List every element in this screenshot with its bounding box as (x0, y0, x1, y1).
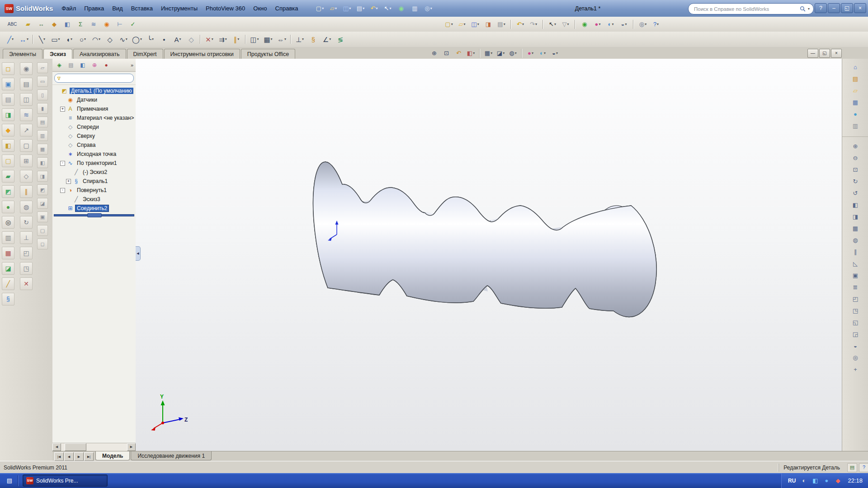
feature-cube-icon[interactable]: ◪ (2, 262, 14, 275)
custom-properties-icon[interactable]: ▥ (849, 120, 862, 131)
taskbar-clock[interactable]: 22:18 (848, 477, 863, 484)
print-preview-icon[interactable]: ▤ (2, 93, 14, 106)
text-icon[interactable]: A▾ (171, 33, 184, 46)
part-model[interactable] (313, 162, 661, 317)
line-icon[interactable]: ╲▾ (35, 33, 49, 46)
help-icon[interactable]: ? (815, 3, 827, 13)
smart-dimension-icon[interactable]: ↔▾ (17, 33, 31, 46)
layer-stack-icon[interactable]: ▥ (2, 231, 14, 244)
tree-expander-icon[interactable]: - (60, 188, 65, 193)
file-explorer-icon[interactable]: ▱ (849, 85, 862, 96)
mirror-entities-icon[interactable]: ◫▾ (248, 33, 261, 46)
tree-item-part[interactable]: ◩Деталь1 (По умолчанию (52, 86, 136, 95)
material-cube-icon[interactable]: ◧ (2, 139, 14, 152)
network-tray-icon[interactable]: ◧ (811, 476, 820, 485)
deviation-analysis-icon[interactable]: ≋ (88, 19, 99, 30)
document-tab-исследование-движения-1[interactable]: Исследование движения 1 (131, 451, 212, 460)
align-top-icon[interactable]: ▯ (37, 89, 48, 100)
tree-item-combine-feature[interactable]: ⊞Соединить2 (52, 204, 136, 213)
search-dropdown-icon[interactable]: ▾ (808, 7, 810, 11)
window-view-icon[interactable]: ◳ (20, 262, 33, 275)
close-document-icon[interactable]: × (831, 49, 842, 58)
trim-entities-icon[interactable]: ✕▾ (203, 33, 216, 46)
equations-icon[interactable]: Σ (75, 19, 86, 30)
rotate-view-icon[interactable]: ↻ (20, 216, 33, 229)
measure-icon[interactable]: ↔ (35, 19, 47, 30)
sensors-icon[interactable]: ◉ (101, 19, 113, 30)
next-tab-icon[interactable]: ▶ (74, 452, 84, 461)
file-properties-icon[interactable]: ▥ (409, 3, 421, 14)
display-manager-icon[interactable]: ● (101, 60, 112, 70)
half-left-icon[interactable]: ◧ (37, 157, 48, 168)
select-arrow-icon[interactable]: ↖▾ (547, 19, 558, 30)
command-tab-элементы[interactable]: Элементы (3, 49, 42, 59)
render-sphere-icon[interactable]: ● (2, 201, 14, 213)
menu-правка[interactable]: Правка (80, 3, 108, 14)
apply-scene-hud-icon[interactable]: ◐▾ (537, 48, 548, 58)
tree-item-front-plane[interactable]: ◇Спереди (52, 122, 136, 131)
tree-item-sweep-feature[interactable]: -∿По траектории1 (52, 159, 136, 168)
configuration-manager-icon[interactable]: ◧ (77, 60, 88, 70)
format-painter-icon[interactable]: ▰ (22, 19, 34, 30)
sheet-tool-icon[interactable]: ▤ (20, 78, 33, 90)
rollback-bar[interactable] (52, 213, 136, 217)
view-orientation-icon[interactable]: ▦▾ (483, 48, 494, 58)
tree-expander-icon[interactable]: - (60, 161, 65, 166)
sheet-format-icon[interactable]: ▤ (37, 117, 48, 127)
image-quality-icon[interactable]: ◨ (2, 108, 14, 121)
zoom-out-side-icon[interactable]: ⊖ (849, 152, 862, 163)
minimize-window-icon[interactable]: – (828, 3, 840, 13)
antivirus-tray-icon[interactable]: ◆ (833, 476, 842, 485)
blank-sheet-icon[interactable]: ▢ (20, 139, 33, 152)
box-select-icon[interactable]: ▢ (2, 155, 14, 167)
view-settings-icon[interactable]: ◒▾ (618, 19, 630, 30)
repair-sketch-icon[interactable]: § (307, 33, 320, 46)
shaded-view-icon[interactable]: ◍ (20, 201, 33, 213)
tree-item-revolve-feature[interactable]: -◑Повернуть1 (52, 186, 136, 195)
tree-item-material[interactable]: ≡Материал <не указан> (52, 113, 136, 122)
dimxpert-tools-icon[interactable]: ⊢ (114, 19, 126, 30)
toolbar-overflow-icon[interactable]: » (131, 62, 134, 68)
display-style-icon[interactable]: ◪▾ (495, 48, 506, 58)
grid-snap-icon[interactable]: ▦ (2, 247, 14, 259)
circle-icon[interactable]: ○▾ (76, 33, 90, 46)
arrow-tool-icon[interactable]: ↗ (20, 124, 33, 136)
graphics-viewport[interactable]: Y Z ◀ (136, 59, 842, 451)
color-palette-icon[interactable]: ◆ (2, 124, 14, 136)
restore-document-icon[interactable]: ◱ (819, 49, 830, 58)
tree-horizontal-scrollbar[interactable]: ◀ ▶ (52, 443, 136, 451)
wheel-tray-icon[interactable]: ◐ (799, 476, 808, 485)
screen-capture-icon[interactable]: ◻ (2, 62, 14, 75)
command-tab-эскиз[interactable]: Эскиз (43, 49, 72, 59)
sketch-tool-icon[interactable]: ╱▾ (4, 33, 17, 46)
redo-action-icon[interactable]: ↷▾ (528, 19, 539, 30)
language-bar-icon[interactable]: ▤ (4, 475, 15, 487)
tree-item-sensors-folder[interactable]: ◉Датчики (52, 95, 136, 104)
section-right-icon[interactable]: ◨ (849, 211, 862, 222)
search-input[interactable] (693, 6, 797, 12)
feature-manager-icon[interactable]: ◈ (54, 60, 65, 70)
corner-rectangle-icon[interactable]: ▭▾ (49, 33, 62, 46)
open-file-icon[interactable]: ▱▾ (456, 19, 468, 30)
empty-box-icon[interactable]: ▢ (37, 225, 48, 236)
corner-view-icon[interactable]: ◰ (20, 247, 33, 259)
print-file-icon[interactable]: ▤▾ (495, 19, 507, 30)
section-view-icon[interactable]: ◧▾ (465, 48, 476, 58)
zoom-to-area-icon[interactable]: ⊡ (441, 48, 452, 58)
menu-окно[interactable]: Окно (249, 3, 271, 14)
options-gear-icon[interactable]: ◎▾ (423, 3, 434, 14)
close-window-icon[interactable]: × (854, 3, 866, 13)
apply-scene-icon[interactable]: ◐▾ (605, 19, 617, 30)
rotate-ccw-icon[interactable]: ↺ (849, 188, 862, 198)
corner-a-icon[interactable]: ◩ (37, 184, 48, 195)
tree-item-sketch[interactable]: ╱Эскиз3 (52, 195, 136, 204)
model-canvas[interactable]: Y Z (136, 59, 842, 451)
dot-view-icon[interactable]: ◎ (849, 352, 862, 363)
previous-view-icon[interactable]: ↶ (453, 48, 464, 58)
align-bottom-icon[interactable]: ▮ (37, 103, 48, 114)
zoom-window-icon[interactable]: ⊡ (849, 164, 862, 175)
rebuild-model-icon[interactable]: ◉ (579, 19, 590, 30)
select-cursor-icon[interactable]: ↖▾ (382, 3, 394, 14)
draft-tool-icon[interactable]: ╱ (2, 277, 14, 290)
list-view-icon[interactable]: ≣ (849, 282, 862, 292)
